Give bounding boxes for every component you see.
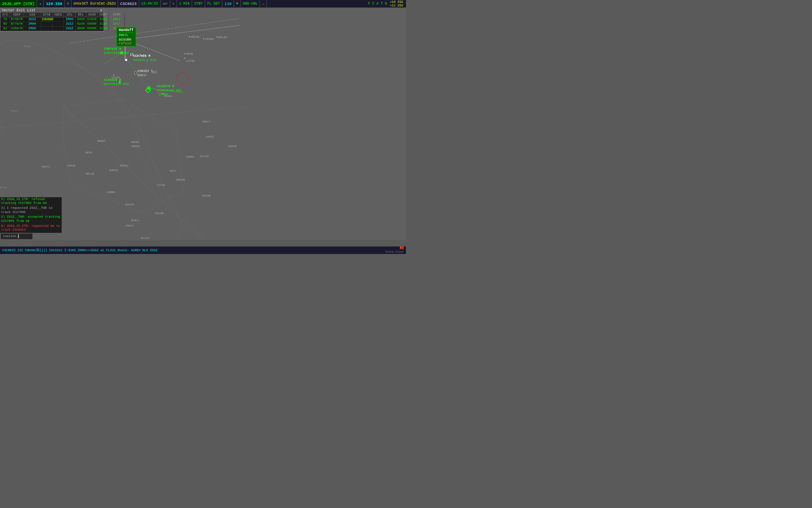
fix-upae-label: UPAE [186, 52, 193, 55]
sel-title-bar[interactable]: Sector Exit List x [0, 8, 104, 13]
handoff-popup[interactable]: Handoff 0067L assume refuse [116, 27, 136, 47]
sel-title: Sector Exit List [2, 8, 36, 12]
ac-dot-cca7885[interactable] [125, 59, 127, 61]
right-toolbar: F C A T G =10 ZGG=11 ZGS [368, 0, 406, 7]
p119-label: P119 [0, 186, 7, 189]
fix-hazel-label: HAZEL [131, 140, 140, 144]
ac-label-cca7885[interactable]: CCA7885 M 0063VILS 034 [133, 54, 156, 62]
fix-kilgo-label: KILGO [200, 155, 209, 158]
row2-assr: 3140 [98, 22, 109, 26]
fix-amiag-label: AMIAG [191, 35, 199, 38]
ac-callsign-cca8359: CCA8359 H [104, 78, 129, 83]
sector-label: SCT [82, 2, 88, 6]
fix-bokat-label: BOKAT [97, 139, 106, 143]
row3-adep: ZMHH [24, 26, 41, 31]
csn333-code: 001 [152, 71, 157, 74]
p345-label: P345 [24, 45, 31, 48]
col-ac: A/C [0, 13, 10, 17]
row3-sid [41, 26, 53, 31]
fix-obin-label: OBIN [85, 151, 92, 154]
fl-set-label: FL SET [207, 2, 220, 6]
fix-pecan-label: PECAN [155, 212, 164, 215]
row2-adep: ZMHH [24, 22, 41, 26]
handoff-title: Handoff [119, 28, 134, 33]
row2-star [53, 22, 64, 26]
message-log: 9) ZGGG_33_CTR: refused tracking CCA7885… [0, 197, 62, 233]
fix-upae-dot [185, 53, 186, 54]
col-ctot: CTOT [109, 13, 125, 17]
ac-details-cca7885: 0063VILS 034 [133, 59, 156, 63]
col-ades: ADES [53, 13, 64, 17]
row1-star [53, 17, 64, 22]
sector-section: OPEN SCT EuroCat-ZGZU [72, 0, 118, 7]
ac-label-csn7632[interactable]: CSN7632 H 0206Y0090 040 [104, 47, 129, 55]
fix-bulas-dot [217, 37, 218, 38]
fix-bulas-label: BULAS [219, 36, 227, 39]
app-id-section[interactable]: ZGJD_APP [CTR] [0, 0, 37, 7]
row1-type: B738/M [10, 17, 24, 22]
row1-ac: 78 [0, 17, 10, 22]
row1-cobt: 2027 [109, 17, 125, 22]
callsign-section[interactable]: CSC8623 [118, 0, 139, 7]
row1-rfl: S1010 [86, 17, 98, 22]
fix-titan-label: TITAN [156, 183, 165, 187]
fix-camri-label: CAMRI [186, 155, 194, 158]
ac-label-cca8359[interactable]: CCA8359 H 0279Y0240 053 [104, 78, 129, 86]
row3-ac: 82 [0, 26, 10, 31]
stby-label: STBY [194, 2, 203, 6]
fix-shely-label: SHELY [202, 120, 211, 123]
ac-callsign-cca5978: CCA5978 M [157, 85, 182, 89]
ac-details-csn7632: 0206Y0090 040 [104, 52, 129, 56]
fix-uduti-label: UDUTI [42, 165, 50, 168]
ac-callsign-csn333: C5N333 ? [137, 69, 153, 74]
level-section: 110 [222, 0, 234, 7]
arrow-icon-section: ▼ [234, 0, 241, 7]
col-cfl: CFL [64, 13, 76, 17]
fix-tomud-label: TOMUD [67, 164, 75, 167]
row2-ac: 89 [0, 22, 10, 26]
ac-extra-cca5978: *IDUMA [157, 93, 182, 97]
fix-surin-label: SURIN [109, 169, 118, 172]
frequency-section[interactable]: 120.350 [44, 0, 64, 7]
zoom-info: =10 ZGG=11 ZGS [390, 0, 403, 7]
col-sid: SID [24, 13, 41, 17]
col-cobt: COBT [98, 13, 109, 17]
row1-cfl: 0450 [76, 17, 86, 22]
fix-iduma-label: IDUMA [205, 37, 214, 41]
msg-line-4: 0) ZGGG_33_CTR: requested me to track CS… [0, 224, 62, 233]
bottom-bar: CSC8623 (SI CHUAN/四|||) CSCA321 I:3105 Z… [0, 246, 406, 254]
pen-icon: ✎ [172, 2, 174, 6]
ac-label-cca5978[interactable]: CCA5978 M 0226Y0450 061 *IDUMA [157, 85, 182, 97]
row2-cfl: 0240 [76, 22, 86, 26]
sel-close-button[interactable]: x [100, 8, 102, 12]
cmd-input-area[interactable]: ination | [1, 234, 32, 239]
ac-details-cca8359: 0279Y0240 053 [104, 83, 129, 87]
row1-assr: 3103 [98, 17, 109, 22]
col-rfl: RFL [76, 13, 86, 17]
stby-section[interactable]: STBY [192, 0, 205, 7]
col-assr: ASSR [86, 13, 98, 17]
ac-label-csn333[interactable]: C5N333 ? 0001> [137, 69, 153, 78]
freq-mode-label: A [67, 2, 69, 6]
cursor: | [18, 234, 19, 238]
table-row[interactable]: 89 B77W/H ZMHH ZGSZ 0240 S0980 3140 1917 [0, 22, 104, 26]
table-row[interactable]: 78 B738/M ZGSZ IOU5WD ZMHH 0450 S1010 31… [0, 17, 104, 22]
svg-marker-7 [63, 99, 183, 212]
callsign-label: CSC8623 [120, 2, 136, 6]
svg-line-8 [0, 107, 247, 128]
row2-type: B77W/H [10, 22, 24, 26]
ac-dot-csn333[interactable] [134, 72, 137, 74]
row3-assr: 3116 [98, 26, 109, 31]
assume-button[interactable]: assume [119, 38, 134, 42]
fl-set-section[interactable]: FL SET [205, 0, 222, 7]
watermark: 🇨🇳 China Flier [385, 246, 404, 253]
fix-lipae-label: LIPAE [186, 59, 195, 62]
refuse-button[interactable]: refuse [119, 42, 134, 46]
arrow-icon: ▼ [236, 2, 238, 6]
p332-label: P332 [11, 109, 18, 113]
watermark-icon: 🇨🇳 [385, 246, 404, 250]
freq-mode-section: A [65, 0, 72, 7]
flight-info: CSC8623 (SI CHUAN/四|||) CSCA321 I:3105 Z… [2, 248, 158, 253]
quick-set-section[interactable]: SET [161, 0, 170, 7]
table-row[interactable]: 82 A359/H ZMHH ZGSZ 0090 S0980 3116 1405 [0, 26, 104, 31]
